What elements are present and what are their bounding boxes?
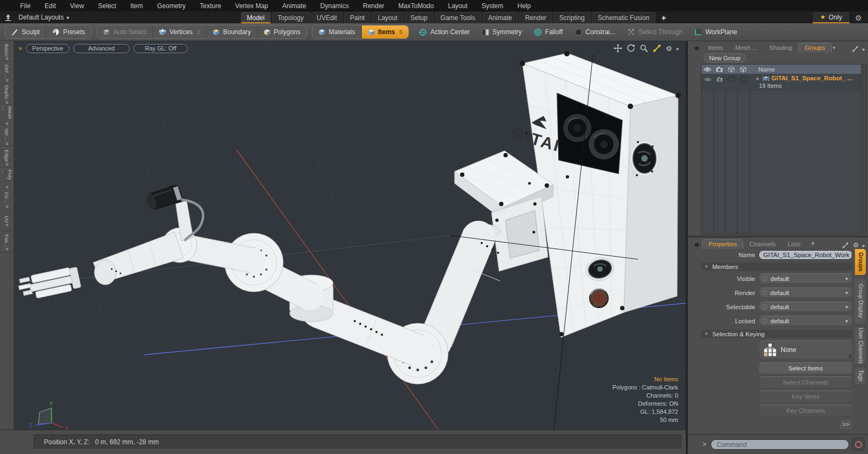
key-channels-button[interactable]: Key Channels — [758, 405, 853, 417]
tab-setup[interactable]: Setup — [404, 12, 433, 23]
tab-layout[interactable]: Layout — [372, 12, 403, 23]
tab-scripting[interactable]: Scripting — [553, 12, 591, 23]
tab-game-tools[interactable]: Game Tools — [435, 12, 481, 23]
locked-dropdown[interactable]: default ▾ — [758, 316, 853, 326]
group-name-input[interactable]: GITAI_S1_Space_Robot_Work (2 — [758, 250, 853, 260]
presets-button[interactable]: Presets — [46, 25, 91, 39]
eye-icon[interactable] — [704, 77, 711, 82]
members-section-header[interactable]: ▼ Members — [701, 263, 853, 271]
viewport-flyout-icon[interactable]: ▸ — [676, 46, 679, 52]
visibility-checkbox[interactable] — [728, 76, 735, 82]
tab-paint[interactable]: Paint — [344, 12, 371, 23]
render-dropdown[interactable]: default ▾ — [758, 287, 853, 298]
menu-animate[interactable]: Animate — [275, 2, 313, 10]
panel-flyout-icon[interactable]: ▸ — [863, 242, 865, 248]
action-center-button[interactable]: Action Center — [413, 28, 475, 36]
rail-tab-uv[interactable]: UV — [0, 210, 14, 232]
expand-panel-icon[interactable] — [852, 46, 859, 53]
expand-panel-icon[interactable] — [842, 242, 849, 249]
channel-hierarchy-none-button[interactable]: None — [758, 341, 853, 359]
vertices-mode-button[interactable]: Vertices 1 — [153, 25, 207, 39]
select-items-button[interactable]: Select Items — [758, 362, 853, 374]
rail-tab-fusion[interactable]: Fus... — [0, 232, 14, 253]
select-channels-button[interactable]: Select Channels — [758, 376, 853, 388]
gear-icon[interactable]: ⚙ — [855, 14, 862, 22]
rail-tab-basic[interactable]: Basic — [0, 41, 14, 62]
items-mode-button[interactable]: Items 5 — [362, 25, 409, 39]
menu-render[interactable]: Render — [356, 2, 391, 10]
tab-channels[interactable]: Channels — [743, 240, 782, 249]
group-name[interactable]: GITAI_S1_Space_Robot_ ... — [771, 75, 852, 81]
tab-lists[interactable]: Lists — [782, 240, 807, 249]
orbit-icon[interactable] — [627, 44, 635, 53]
visible-dropdown[interactable]: default ▾ — [758, 273, 853, 284]
more-options-button[interactable]: >> — [839, 419, 853, 430]
command-input[interactable] — [711, 439, 849, 450]
symmetry-button[interactable]: Symmetry — [476, 28, 527, 36]
polygons-mode-button[interactable]: Polygons — [258, 25, 307, 39]
menu-edit[interactable]: Edit — [37, 2, 63, 10]
tab-properties[interactable]: Properties — [702, 239, 743, 249]
group-row[interactable]: + GITAI_S1_Space_Robot_ ... 19 Items — [701, 74, 861, 91]
sculpt-button[interactable]: Sculpt — [5, 25, 46, 39]
group-list-scrollbar[interactable] — [863, 64, 867, 234]
rail-tab-mesh[interactable]: Mesh ... — [0, 105, 14, 126]
key-items-button[interactable]: Key Items — [758, 391, 853, 402]
cube2-column-icon[interactable] — [740, 66, 746, 73]
new-group-button[interactable]: New Group — [704, 53, 746, 62]
rail-tab-deform[interactable]: Def ... — [0, 62, 14, 84]
panel-knob-icon[interactable] — [694, 46, 699, 50]
rail-tab-duplicate[interactable]: Duplic... — [0, 84, 14, 105]
menu-layout[interactable]: Layout — [441, 2, 475, 10]
viewport-3d-scene[interactable]: GITAI — [14, 41, 686, 430]
side-tab-user-channels[interactable]: User Channels — [855, 327, 866, 365]
layout-import-icon[interactable] — [4, 14, 12, 23]
menu-dynamics[interactable]: Dynamics — [313, 2, 356, 10]
chevron-down-icon[interactable]: ▾ — [833, 45, 835, 50]
select-through-button[interactable]: Select Through — [622, 28, 688, 36]
eye-column-icon[interactable] — [704, 67, 711, 72]
render-column-icon[interactable] — [716, 66, 723, 72]
tab-topology[interactable]: Topology — [272, 12, 310, 23]
boundary-mode-button[interactable]: Boundary — [207, 25, 257, 39]
menu-view[interactable]: View — [63, 2, 91, 10]
add-tab-button[interactable]: + — [656, 13, 671, 23]
tab-uvedit[interactable]: UVEdit — [311, 12, 343, 23]
tab-items[interactable]: Items — [702, 43, 729, 53]
panel-knob-icon[interactable] — [694, 242, 699, 247]
menu-texture[interactable]: Texture — [193, 2, 228, 10]
tab-render[interactable]: Render — [519, 12, 552, 23]
rail-tab-polygon[interactable]: Poly ... — [0, 168, 14, 189]
selection-keying-section-header[interactable]: ▼ Selection & Keying — [701, 330, 853, 338]
macro-record-button[interactable] — [852, 438, 865, 451]
panel-flyout-icon[interactable]: ▸ — [863, 46, 865, 52]
side-tab-group-display[interactable]: Group Display — [855, 278, 866, 324]
render-checkbox[interactable] — [740, 76, 747, 82]
side-tab-groups[interactable]: Groups — [855, 248, 866, 276]
viewport-gear-icon[interactable]: ⚙ — [666, 45, 672, 52]
add-panel-tab-button[interactable]: + — [807, 239, 819, 249]
menu-maxtomodo[interactable]: MaxToModo — [391, 2, 441, 10]
name-column-header[interactable]: Name — [749, 66, 775, 73]
menu-help[interactable]: Help — [510, 2, 538, 10]
render-toggle-icon[interactable] — [716, 76, 723, 82]
tab-schematic-fusion[interactable]: Schematic Fusion — [592, 12, 655, 23]
zoom-icon[interactable] — [640, 44, 648, 53]
panel-gear-icon[interactable]: ⚙ — [853, 241, 859, 249]
expand-group-toggle[interactable]: + — [756, 75, 759, 82]
selectable-dropdown[interactable]: default ▾ — [758, 302, 853, 312]
materials-mode-button[interactable]: Materials — [312, 25, 362, 39]
menu-system[interactable]: System — [475, 2, 510, 10]
menu-select[interactable]: Select — [91, 2, 123, 10]
layout-switcher[interactable]: Default Layouts▾ — [18, 14, 69, 21]
tab-shading[interactable]: Shading — [763, 43, 798, 53]
workplane-button[interactable]: WorkPlane — [689, 28, 742, 36]
camera-mode-button[interactable]: Perspective — [26, 44, 69, 53]
tab-mesh-ops[interactable]: Mesh ... — [729, 43, 763, 53]
3d-viewport[interactable]: GITAI — [14, 41, 686, 430]
menu-item[interactable]: Item — [123, 2, 150, 10]
rail-tab-curve[interactable]: Cu ... — [0, 189, 14, 210]
rail-tab-edge[interactable]: Edge — [0, 147, 14, 168]
favorites-only-tab[interactable]: ★ Only — [813, 12, 850, 23]
menu-vertex-map[interactable]: Vertex Map — [228, 2, 276, 10]
